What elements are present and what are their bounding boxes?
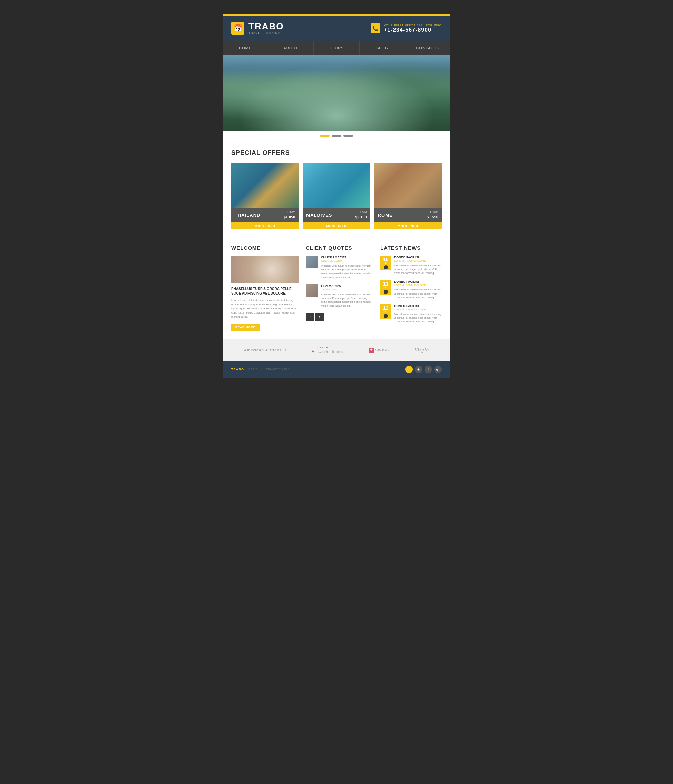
partners-section: American Airlines ✈ ✈ CZECH Czech Airlin… xyxy=(223,339,450,361)
news-date-2: 11 OCT xyxy=(380,280,391,294)
quote-text-1: Praesent vestibulum molestie dolor nonue… xyxy=(321,264,374,279)
nav-blog[interactable]: BLOG xyxy=(360,41,405,55)
more-info-rome[interactable]: MORE INFO xyxy=(374,222,442,229)
special-offers-title: SPECIAL OFFERS xyxy=(231,149,442,157)
more-info-maldives[interactable]: MORE INFO xyxy=(303,222,370,229)
social-twitter-button[interactable]: t xyxy=(425,366,432,373)
offer-price-area-thailand: FROM $1.850 xyxy=(284,210,295,220)
news-headline-3: DONEC FACILISI xyxy=(394,304,442,308)
offer-card-thailand: THAILAND FROM $1.850 MORE INFO xyxy=(231,163,299,229)
news-month-2: OCT xyxy=(382,286,390,289)
quote-avatar-2 xyxy=(306,284,318,297)
contact-label: YOUR FIRST VISIT? CALL FOR INFO xyxy=(384,24,442,27)
news-icon-3 xyxy=(384,314,388,318)
more-info-thailand[interactable]: MORE INFO xyxy=(231,222,299,229)
offer-card-rome: ROME FROM $1.590 MORE INFO xyxy=(374,163,442,229)
offer-price-thailand: $1.850 xyxy=(284,215,295,219)
welcome-image xyxy=(231,255,299,283)
welcome-heading: PHASELLUS TURPIS ORGRA PELLE SQUE ADIPIS… xyxy=(231,287,299,296)
american-airlines-icon: ✈ xyxy=(284,348,287,352)
news-item-3: 12 OCT DONEC FACILISI LOREM IPSUM DOLORE… xyxy=(380,304,442,324)
offer-overlay-maldives: MALDIVES FROM $2.100 xyxy=(303,208,370,222)
footer-privacy-link[interactable]: PRIVACY POLICY xyxy=(266,368,289,371)
phone-icon: 📞 xyxy=(371,23,380,33)
page-wrapper: 📅 TRABO TRAVEL BOOKING 📞 YOUR FIRST VISI… xyxy=(223,14,450,378)
offer-card-maldives: MALDIVES FROM $2.100 MORE INFO xyxy=(303,163,370,229)
news-icon-1 xyxy=(384,265,388,269)
quote-nav: ‹ › xyxy=(306,313,374,321)
footer-social: i ◉ t g+ xyxy=(405,366,442,373)
offer-from-rome: FROM xyxy=(427,210,438,213)
social-rss-button[interactable]: ◉ xyxy=(415,366,422,373)
hero-background xyxy=(223,55,450,131)
quote-item-2: LISA MAROW TECHNO INC. Praesent vestibul… xyxy=(306,284,374,308)
news-date-1: 10 OCT xyxy=(380,255,391,270)
quote-next-button[interactable]: › xyxy=(315,313,324,321)
partner-american-airlines: American Airlines ✈ xyxy=(244,348,287,352)
news-headline-1: DONEC FACILISI xyxy=(394,255,442,260)
footer-brand: TRABO xyxy=(231,368,244,371)
quotes-title: CLIENT QUOTES xyxy=(306,245,374,251)
slider-dot-3[interactable] xyxy=(343,135,353,137)
slider-dot-2[interactable] xyxy=(332,135,341,137)
news-month-3: OCT xyxy=(382,310,390,313)
footer-copy: © 2013 xyxy=(248,368,257,371)
logo-title: TRABO xyxy=(248,22,284,31)
quote-company-2: TECHNO INC. xyxy=(321,288,374,291)
welcome-text: Lorem ipsum dolor sit amet, consectetur … xyxy=(231,299,299,319)
logo-area: 📅 TRABO TRAVEL BOOKING xyxy=(231,22,284,35)
contact-phone: +1-234-567-8900 xyxy=(384,27,442,33)
slider-dot-1[interactable] xyxy=(320,135,330,137)
slider-dots xyxy=(223,131,450,141)
nav-tours[interactable]: TOURS xyxy=(314,41,359,55)
quotes-col: CLIENT QUOTES CHUCK LOREMS GROOVE CORP. … xyxy=(306,245,374,331)
calendar-icon: 📅 xyxy=(231,22,245,35)
news-title: LATEST NEWS xyxy=(380,245,442,251)
offer-price-area-rome: FROM $1.590 xyxy=(427,210,438,220)
welcome-img-inner xyxy=(231,255,299,283)
news-item-1: 10 OCT DONEC FACILISI LOREM IPSUM DOLORE… xyxy=(380,255,442,275)
news-icon-2 xyxy=(384,290,388,294)
social-info-button[interactable]: i xyxy=(405,366,413,373)
offer-price-rome: $1.590 xyxy=(427,215,438,219)
offer-name-maldives: MALDIVES xyxy=(306,213,332,218)
offer-img-thailand xyxy=(231,163,299,208)
quote-name-2: LISA MAROW xyxy=(321,284,374,288)
offers-grid: THAILAND FROM $1.850 MORE INFO MALDIVES … xyxy=(231,163,442,229)
footer-sep: | xyxy=(261,368,262,371)
quote-company-1: GROOVE CORP. xyxy=(321,260,374,263)
logo-subtitle: TRAVEL BOOKING xyxy=(248,31,284,35)
news-content-1: DONEC FACILISI LOREM IPSUM DOLORE Morbi … xyxy=(394,255,442,275)
nav-contacts[interactable]: CONTACTS xyxy=(405,41,450,55)
hero-image xyxy=(223,55,450,131)
read-more-button[interactable]: READ MORE xyxy=(231,324,260,331)
quote-avatar-1 xyxy=(306,255,318,268)
offer-from-maldives: FROM xyxy=(355,210,367,213)
quote-name-1: CHUCK LOREMS xyxy=(321,255,374,260)
quote-text-2: Praesent vestibulum molestie dolor nonue… xyxy=(321,292,374,308)
news-content-3: DONEC FACILISI LOREM IPSUM DOLORE Morbi … xyxy=(394,304,442,324)
three-col-section: WELCOME PHASELLUS TURPIS ORGRA PELLE SQU… xyxy=(223,238,450,339)
quote-prev-button[interactable]: ‹ xyxy=(306,313,314,321)
news-content-2: DONEC FACILISI LOREM IPSUM DOLORE Morbi … xyxy=(394,280,442,300)
offer-price-area-maldives: FROM $2.100 xyxy=(355,210,367,220)
news-month-1: OCT xyxy=(382,262,390,264)
main-nav: HOME ABOUT TOURS BLOG CONTACTS xyxy=(223,41,450,55)
partner-virgin: Virgin xyxy=(414,347,429,353)
czech-airlines-icon: ✈ xyxy=(312,350,315,353)
offer-img-rome xyxy=(374,163,442,208)
header-contact: 📞 YOUR FIRST VISIT? CALL FOR INFO +1-234… xyxy=(371,23,442,33)
quote-item-1: CHUCK LOREMS GROOVE CORP. Praesent vesti… xyxy=(306,255,374,279)
social-gplus-button[interactable]: g+ xyxy=(434,366,442,373)
news-item-2: 11 OCT DONEC FACILISI LOREM IPSUM DOLORE… xyxy=(380,280,442,300)
news-text-2: Morbi tempor quam vel massa adipiscing u… xyxy=(394,288,442,299)
news-subtitle-1: LOREM IPSUM DOLORE xyxy=(394,260,442,263)
offer-name-rome: ROME xyxy=(378,213,393,218)
welcome-title: WELCOME xyxy=(231,245,299,251)
footer: TRABO © 2013 | PRIVACY POLICY i ◉ t g+ xyxy=(223,361,450,378)
nav-home[interactable]: HOME xyxy=(223,41,268,55)
nav-about[interactable]: ABOUT xyxy=(268,41,314,55)
contact-info: YOUR FIRST VISIT? CALL FOR INFO +1-234-5… xyxy=(384,24,442,33)
news-day-2: 11 xyxy=(382,282,390,286)
welcome-col: WELCOME PHASELLUS TURPIS ORGRA PELLE SQU… xyxy=(231,245,299,331)
